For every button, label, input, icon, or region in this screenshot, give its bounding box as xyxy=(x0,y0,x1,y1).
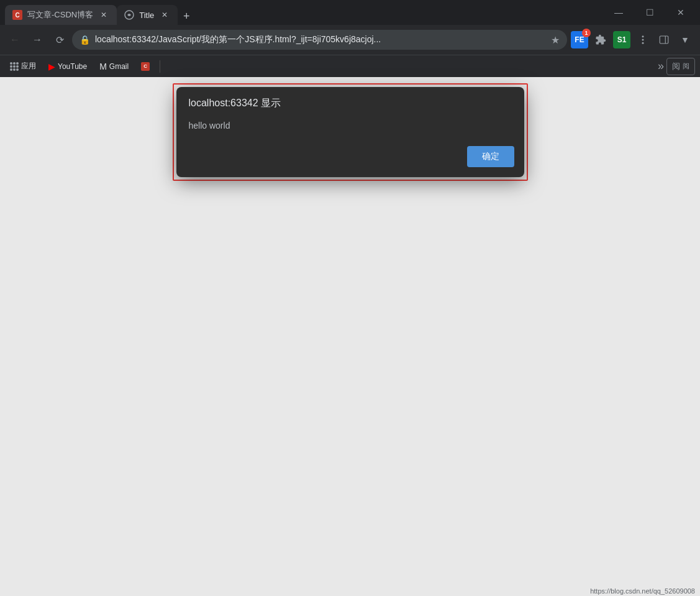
s1-extension-icon[interactable]: S1 xyxy=(612,30,632,50)
reload-button[interactable]: ⟳ xyxy=(50,30,70,50)
apps-bookmark[interactable]: 应用 xyxy=(5,58,41,74)
fe-extension-icon[interactable]: FE 1 xyxy=(570,30,589,50)
youtube-icon: ▶ xyxy=(48,62,55,71)
dialog-body: hello world xyxy=(176,115,524,141)
url-text: localhost:63342/JavaScript/我的第一个JS程序.htm… xyxy=(95,34,546,45)
svg-point-2 xyxy=(642,39,644,41)
csdn-favicon-icon: C xyxy=(12,10,22,20)
dialog-title: localhost:63342 显示 xyxy=(189,98,281,108)
window-controls: — ☐ ✕ xyxy=(604,2,695,22)
svg-point-1 xyxy=(642,35,644,37)
apps-label: 应用 xyxy=(21,61,36,71)
status-bar: https://blog.csdn.net/qq_52609008 xyxy=(585,586,700,596)
gmail-icon: M xyxy=(99,62,107,71)
address-bar[interactable]: 🔒 localhost:63342/JavaScript/我的第一个JS程序.h… xyxy=(72,30,567,50)
maximize-button[interactable]: ☐ xyxy=(635,2,664,22)
tab-title-favicon-icon xyxy=(124,10,134,20)
reader-mode-button[interactable]: 阅 阅 xyxy=(666,58,695,75)
tab-strip: C 写文章-CSDN博客 ✕ Title ✕ + xyxy=(5,0,599,25)
page-content: localhost:63342 显示 hello world 确定 https:… xyxy=(0,77,700,596)
forward-button[interactable]: → xyxy=(27,30,47,50)
dialog-footer: 确定 xyxy=(176,141,524,177)
back-button[interactable]: ← xyxy=(5,30,25,50)
apps-grid-icon xyxy=(10,62,19,71)
alert-dialog: localhost:63342 显示 hello world 确定 xyxy=(176,87,524,177)
close-button[interactable]: ✕ xyxy=(666,2,695,22)
sidebar-icon[interactable] xyxy=(654,30,674,50)
dialog-header: localhost:63342 显示 xyxy=(176,87,524,115)
gmail-bookmark[interactable]: M Gmail xyxy=(94,59,134,74)
menu-icon[interactable] xyxy=(633,30,653,50)
tab-csdn-title: 写文章-CSDN博客 xyxy=(27,9,93,21)
minimize-button[interactable]: — xyxy=(604,2,633,22)
tab-csdn[interactable]: C 写文章-CSDN博客 ✕ xyxy=(5,5,117,25)
youtube-bookmark[interactable]: ▶ YouTube xyxy=(43,59,92,74)
omnibox-bar: ← → ⟳ 🔒 localhost:63342/JavaScript/我的第一个… xyxy=(0,25,700,55)
bookmarks-right: » 阅 阅 xyxy=(658,58,695,75)
bookmark-star-icon[interactable]: ★ xyxy=(551,34,560,46)
profile-dropdown[interactable]: ▼ xyxy=(675,30,695,50)
svg-point-3 xyxy=(642,42,644,44)
toolbar-icons: FE 1 S1 ▼ xyxy=(570,30,695,50)
browser-window: C 写文章-CSDN博客 ✕ Title ✕ + — ☐ ✕ ← → ⟳ 🔒 xyxy=(0,0,700,596)
fe-icon-badge: FE 1 xyxy=(571,31,588,48)
bookmarks-divider xyxy=(160,60,160,73)
youtube-label: YouTube xyxy=(58,62,87,71)
tab-title-text: Title xyxy=(139,11,154,20)
bookmarks-more-icon[interactable]: » xyxy=(658,60,664,73)
gmail-label: Gmail xyxy=(109,62,129,71)
reader-mode-icon: 阅 xyxy=(683,62,689,71)
dialog-ok-button[interactable]: 确定 xyxy=(467,146,514,167)
lock-icon: 🔒 xyxy=(80,35,90,45)
tab-title-close-icon[interactable]: ✕ xyxy=(159,9,170,21)
reader-mode-label: 阅 xyxy=(672,61,680,72)
title-bar: C 写文章-CSDN博客 ✕ Title ✕ + — ☐ ✕ xyxy=(0,0,700,25)
svg-rect-4 xyxy=(660,36,668,44)
tab-title[interactable]: Title ✕ xyxy=(117,5,178,25)
tab-csdn-close-icon[interactable]: ✕ xyxy=(98,9,109,21)
bookmarks-bar: 应用 ▶ YouTube M Gmail C » 阅 阅 xyxy=(0,55,700,77)
csdn-bookmark-icon: C xyxy=(141,62,150,71)
new-tab-button[interactable]: + xyxy=(178,7,195,25)
status-url: https://blog.csdn.net/qq_52609008 xyxy=(590,587,695,595)
dialog-highlight-border: localhost:63342 显示 hello world 确定 xyxy=(173,83,528,181)
s1-icon-badge: S1 xyxy=(613,31,630,48)
csdn-bookmark[interactable]: C xyxy=(136,60,155,73)
dialog-message: hello world xyxy=(189,121,230,131)
extensions-icon[interactable] xyxy=(591,30,611,50)
fe-badge-count: 1 xyxy=(582,29,591,37)
dialog-overlay: localhost:63342 显示 hello world 确定 xyxy=(0,77,700,596)
dropdown-arrow-icon: ▼ xyxy=(681,35,689,45)
